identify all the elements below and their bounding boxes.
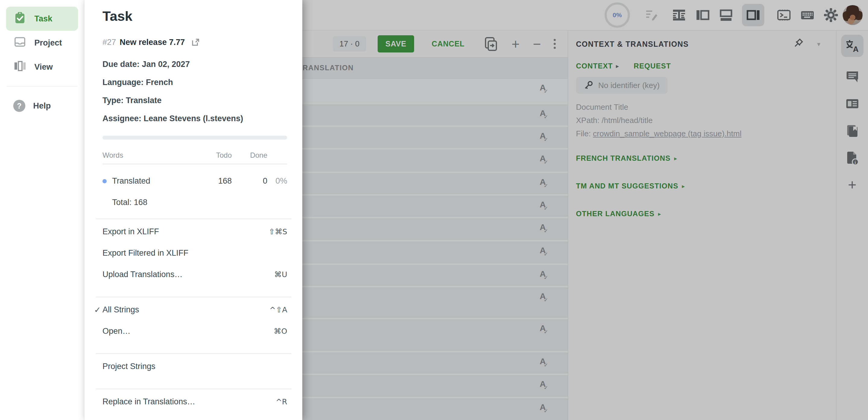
menu-item-all-strings[interactable]: ✓ All Strings ^⇧A: [102, 299, 287, 321]
sidebar-item-label: Help: [33, 101, 51, 111]
menu-item-export-filtered-xliff[interactable]: Export Filtered in XLIFF: [102, 242, 287, 264]
task-details: Due date: Jan 02, 2027 Language: French …: [102, 59, 287, 124]
menu-item-open[interactable]: Open… ⌘O: [102, 321, 287, 342]
task-type: Type: Translate: [102, 95, 287, 106]
task-clipboard-icon: [13, 11, 27, 27]
words-col-label: Words: [102, 151, 190, 159]
task-progress-bar: [102, 136, 287, 140]
external-link-icon[interactable]: [191, 37, 200, 47]
task-language: Language: French: [102, 77, 287, 87]
sidebar-item-view[interactable]: View: [6, 55, 78, 79]
menu-item-replace-in-translations[interactable]: Replace in Translations… ^R: [102, 391, 287, 413]
task-panel-title: Task: [102, 8, 287, 24]
sidebar-divider: [7, 86, 78, 87]
shortcut-label: ^R: [276, 397, 287, 406]
help-question-icon: ?: [13, 100, 25, 112]
task-due-date: Due date: Jan 02, 2027: [102, 59, 287, 69]
translated-percent-value: 0%: [267, 176, 287, 186]
menu-divider: [96, 218, 291, 219]
shortcut-label: ^⇧A: [270, 305, 287, 314]
sidebar-item-task[interactable]: Task: [6, 7, 78, 31]
view-columns-icon: [13, 59, 27, 75]
project-box-icon: [13, 35, 27, 51]
sidebar-item-project[interactable]: Project: [6, 31, 78, 55]
words-total: Total: 168: [102, 198, 287, 207]
menu-item-upload-translations[interactable]: Upload Translations… ⌘U: [102, 264, 287, 285]
sidebar-item-label: Task: [34, 14, 53, 24]
translated-label: Translated: [112, 176, 150, 186]
task-name: New release 7.77: [120, 38, 185, 47]
done-col-label: Done: [232, 151, 267, 159]
shortcut-label: ⌘O: [274, 327, 287, 336]
todo-col-label: Todo: [190, 151, 232, 159]
menu-divider: [96, 353, 291, 354]
menu-divider: [96, 389, 291, 389]
words-table-row: Translated 168 0 0%: [102, 176, 287, 186]
shortcut-label: ⌘U: [274, 270, 287, 279]
task-number: #27: [102, 38, 116, 47]
sidebar-item-label: View: [34, 62, 53, 72]
task-panel: Task #27 New release 7.77 Due date: Jan …: [84, 0, 302, 420]
menu-divider: [96, 297, 291, 297]
translated-dot-icon: [102, 179, 107, 183]
menu-item-project-strings[interactable]: Project Strings: [102, 356, 287, 377]
task-assignee: Assignee: Leane Stevens (l.stevens): [102, 113, 287, 124]
translated-todo-value: 168: [190, 176, 232, 186]
words-table-header: Words Todo Done: [102, 151, 287, 159]
sidebar-item-label: Project: [34, 38, 62, 48]
translated-done-value: 0: [232, 176, 267, 186]
shortcut-label: ⇧⌘S: [269, 227, 287, 236]
check-icon: ✓: [94, 305, 101, 314]
crowdin-editor-app: 0%: [0, 0, 868, 420]
menu-item-export-xliff[interactable]: Export in XLIFF ⇧⌘S: [102, 221, 287, 242]
main-sidebar: Task Project View ? He: [0, 0, 84, 420]
words-header-underline: [102, 164, 287, 164]
sidebar-item-help[interactable]: ? Help: [6, 94, 78, 118]
